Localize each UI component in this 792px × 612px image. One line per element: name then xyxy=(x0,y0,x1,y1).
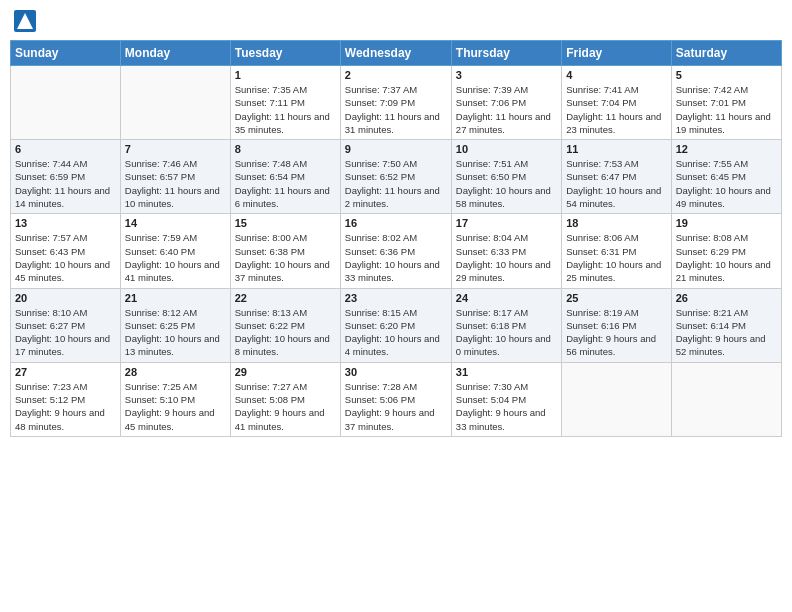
calendar-day-cell: 9Sunrise: 7:50 AMSunset: 6:52 PMDaylight… xyxy=(340,140,451,214)
day-number: 31 xyxy=(456,366,557,378)
calendar-day-cell: 17Sunrise: 8:04 AMSunset: 6:33 PMDayligh… xyxy=(451,214,561,288)
day-info: Sunrise: 7:35 AMSunset: 7:11 PMDaylight:… xyxy=(235,83,336,136)
calendar-header-day: Sunday xyxy=(11,41,121,66)
logo xyxy=(14,10,38,32)
day-info: Sunrise: 8:21 AMSunset: 6:14 PMDaylight:… xyxy=(676,306,777,359)
day-info: Sunrise: 7:27 AMSunset: 5:08 PMDaylight:… xyxy=(235,380,336,433)
day-number: 30 xyxy=(345,366,447,378)
day-info: Sunrise: 7:59 AMSunset: 6:40 PMDaylight:… xyxy=(125,231,226,284)
calendar-day-cell xyxy=(11,66,121,140)
day-info: Sunrise: 7:39 AMSunset: 7:06 PMDaylight:… xyxy=(456,83,557,136)
calendar-day-cell: 24Sunrise: 8:17 AMSunset: 6:18 PMDayligh… xyxy=(451,288,561,362)
day-info: Sunrise: 8:19 AMSunset: 6:16 PMDaylight:… xyxy=(566,306,666,359)
calendar-day-cell: 27Sunrise: 7:23 AMSunset: 5:12 PMDayligh… xyxy=(11,362,121,436)
calendar-day-cell xyxy=(671,362,781,436)
day-info: Sunrise: 7:37 AMSunset: 7:09 PMDaylight:… xyxy=(345,83,447,136)
calendar-day-cell: 8Sunrise: 7:48 AMSunset: 6:54 PMDaylight… xyxy=(230,140,340,214)
logo-icon xyxy=(14,10,36,32)
calendar-table: SundayMondayTuesdayWednesdayThursdayFrid… xyxy=(10,40,782,437)
day-info: Sunrise: 7:30 AMSunset: 5:04 PMDaylight:… xyxy=(456,380,557,433)
day-number: 16 xyxy=(345,217,447,229)
day-info: Sunrise: 7:42 AMSunset: 7:01 PMDaylight:… xyxy=(676,83,777,136)
day-number: 17 xyxy=(456,217,557,229)
calendar-header-row: SundayMondayTuesdayWednesdayThursdayFrid… xyxy=(11,41,782,66)
calendar-day-cell: 2Sunrise: 7:37 AMSunset: 7:09 PMDaylight… xyxy=(340,66,451,140)
calendar-day-cell: 20Sunrise: 8:10 AMSunset: 6:27 PMDayligh… xyxy=(11,288,121,362)
calendar-day-cell: 6Sunrise: 7:44 AMSunset: 6:59 PMDaylight… xyxy=(11,140,121,214)
calendar-day-cell: 22Sunrise: 8:13 AMSunset: 6:22 PMDayligh… xyxy=(230,288,340,362)
page-header xyxy=(10,10,782,32)
calendar-week-row: 27Sunrise: 7:23 AMSunset: 5:12 PMDayligh… xyxy=(11,362,782,436)
calendar-day-cell: 16Sunrise: 8:02 AMSunset: 6:36 PMDayligh… xyxy=(340,214,451,288)
calendar-day-cell: 13Sunrise: 7:57 AMSunset: 6:43 PMDayligh… xyxy=(11,214,121,288)
day-number: 4 xyxy=(566,69,666,81)
day-info: Sunrise: 8:06 AMSunset: 6:31 PMDaylight:… xyxy=(566,231,666,284)
calendar-week-row: 6Sunrise: 7:44 AMSunset: 6:59 PMDaylight… xyxy=(11,140,782,214)
day-info: Sunrise: 7:53 AMSunset: 6:47 PMDaylight:… xyxy=(566,157,666,210)
calendar-day-cell: 29Sunrise: 7:27 AMSunset: 5:08 PMDayligh… xyxy=(230,362,340,436)
day-number: 27 xyxy=(15,366,116,378)
calendar-day-cell: 11Sunrise: 7:53 AMSunset: 6:47 PMDayligh… xyxy=(562,140,671,214)
day-number: 28 xyxy=(125,366,226,378)
day-number: 19 xyxy=(676,217,777,229)
day-info: Sunrise: 7:44 AMSunset: 6:59 PMDaylight:… xyxy=(15,157,116,210)
calendar-day-cell: 12Sunrise: 7:55 AMSunset: 6:45 PMDayligh… xyxy=(671,140,781,214)
day-info: Sunrise: 8:10 AMSunset: 6:27 PMDaylight:… xyxy=(15,306,116,359)
day-info: Sunrise: 7:50 AMSunset: 6:52 PMDaylight:… xyxy=(345,157,447,210)
day-info: Sunrise: 8:00 AMSunset: 6:38 PMDaylight:… xyxy=(235,231,336,284)
day-number: 14 xyxy=(125,217,226,229)
calendar-day-cell: 28Sunrise: 7:25 AMSunset: 5:10 PMDayligh… xyxy=(120,362,230,436)
calendar-day-cell: 4Sunrise: 7:41 AMSunset: 7:04 PMDaylight… xyxy=(562,66,671,140)
day-number: 29 xyxy=(235,366,336,378)
day-number: 2 xyxy=(345,69,447,81)
day-number: 5 xyxy=(676,69,777,81)
day-number: 3 xyxy=(456,69,557,81)
day-number: 11 xyxy=(566,143,666,155)
day-info: Sunrise: 8:17 AMSunset: 6:18 PMDaylight:… xyxy=(456,306,557,359)
day-number: 6 xyxy=(15,143,116,155)
calendar-day-cell: 3Sunrise: 7:39 AMSunset: 7:06 PMDaylight… xyxy=(451,66,561,140)
calendar-day-cell: 10Sunrise: 7:51 AMSunset: 6:50 PMDayligh… xyxy=(451,140,561,214)
calendar-day-cell: 21Sunrise: 8:12 AMSunset: 6:25 PMDayligh… xyxy=(120,288,230,362)
day-info: Sunrise: 8:13 AMSunset: 6:22 PMDaylight:… xyxy=(235,306,336,359)
calendar-header-day: Monday xyxy=(120,41,230,66)
day-number: 7 xyxy=(125,143,226,155)
day-number: 22 xyxy=(235,292,336,304)
calendar-day-cell: 19Sunrise: 8:08 AMSunset: 6:29 PMDayligh… xyxy=(671,214,781,288)
day-number: 24 xyxy=(456,292,557,304)
day-info: Sunrise: 8:12 AMSunset: 6:25 PMDaylight:… xyxy=(125,306,226,359)
day-number: 12 xyxy=(676,143,777,155)
calendar-day-cell: 30Sunrise: 7:28 AMSunset: 5:06 PMDayligh… xyxy=(340,362,451,436)
calendar-day-cell: 7Sunrise: 7:46 AMSunset: 6:57 PMDaylight… xyxy=(120,140,230,214)
day-info: Sunrise: 7:23 AMSunset: 5:12 PMDaylight:… xyxy=(15,380,116,433)
day-info: Sunrise: 7:55 AMSunset: 6:45 PMDaylight:… xyxy=(676,157,777,210)
calendar-day-cell: 14Sunrise: 7:59 AMSunset: 6:40 PMDayligh… xyxy=(120,214,230,288)
calendar-header-day: Thursday xyxy=(451,41,561,66)
day-number: 26 xyxy=(676,292,777,304)
day-number: 9 xyxy=(345,143,447,155)
day-info: Sunrise: 7:57 AMSunset: 6:43 PMDaylight:… xyxy=(15,231,116,284)
day-info: Sunrise: 7:48 AMSunset: 6:54 PMDaylight:… xyxy=(235,157,336,210)
calendar-day-cell xyxy=(562,362,671,436)
day-info: Sunrise: 8:15 AMSunset: 6:20 PMDaylight:… xyxy=(345,306,447,359)
calendar-day-cell: 25Sunrise: 8:19 AMSunset: 6:16 PMDayligh… xyxy=(562,288,671,362)
day-info: Sunrise: 7:51 AMSunset: 6:50 PMDaylight:… xyxy=(456,157,557,210)
day-number: 13 xyxy=(15,217,116,229)
calendar-header-day: Friday xyxy=(562,41,671,66)
day-number: 15 xyxy=(235,217,336,229)
day-number: 8 xyxy=(235,143,336,155)
day-number: 10 xyxy=(456,143,557,155)
calendar-day-cell: 15Sunrise: 8:00 AMSunset: 6:38 PMDayligh… xyxy=(230,214,340,288)
calendar-day-cell xyxy=(120,66,230,140)
day-number: 23 xyxy=(345,292,447,304)
calendar-day-cell: 1Sunrise: 7:35 AMSunset: 7:11 PMDaylight… xyxy=(230,66,340,140)
calendar-week-row: 1Sunrise: 7:35 AMSunset: 7:11 PMDaylight… xyxy=(11,66,782,140)
day-number: 25 xyxy=(566,292,666,304)
day-info: Sunrise: 8:08 AMSunset: 6:29 PMDaylight:… xyxy=(676,231,777,284)
calendar-day-cell: 31Sunrise: 7:30 AMSunset: 5:04 PMDayligh… xyxy=(451,362,561,436)
calendar-header-day: Tuesday xyxy=(230,41,340,66)
day-info: Sunrise: 7:46 AMSunset: 6:57 PMDaylight:… xyxy=(125,157,226,210)
day-number: 18 xyxy=(566,217,666,229)
day-info: Sunrise: 7:25 AMSunset: 5:10 PMDaylight:… xyxy=(125,380,226,433)
day-number: 21 xyxy=(125,292,226,304)
